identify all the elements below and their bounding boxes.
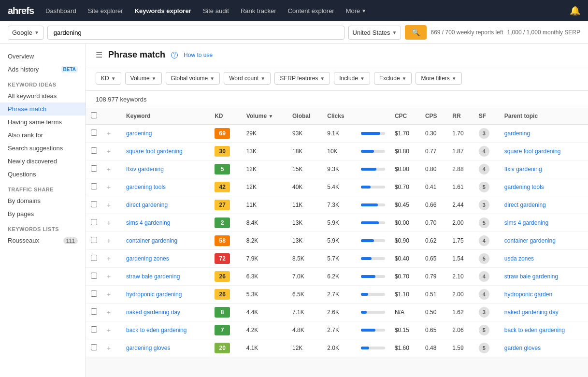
cpc-col-header[interactable]: CPC: [390, 108, 420, 124]
filter-global-volume[interactable]: Global volume ▼: [166, 72, 220, 85]
row-checkbox-cell[interactable]: [86, 232, 102, 250]
keyword-link[interactable]: hydroponic gardening: [126, 291, 182, 298]
sidebar-item-also-rank-for[interactable]: Also rank for: [0, 129, 86, 142]
row-add-cell[interactable]: +: [102, 339, 121, 357]
row-checkbox-cell[interactable]: [86, 268, 102, 286]
add-keyword-button[interactable]: +: [107, 308, 111, 316]
cps-col-header[interactable]: CPS: [420, 108, 447, 124]
sidebar-item-by-pages[interactable]: By pages: [0, 207, 86, 220]
row-checkbox[interactable]: [91, 273, 97, 279]
filter-exclude[interactable]: Exclude ▼: [374, 72, 412, 85]
filter-kd[interactable]: KD ▼: [96, 72, 121, 85]
add-keyword-button[interactable]: +: [107, 183, 111, 191]
row-checkbox-cell[interactable]: [86, 250, 102, 268]
add-keyword-button[interactable]: +: [107, 273, 111, 280]
keyword-link[interactable]: naked gardening day: [126, 309, 180, 316]
filter-serp-features[interactable]: SERP features ▼: [274, 72, 330, 85]
row-checkbox-cell[interactable]: [86, 304, 102, 321]
row-checkbox[interactable]: [91, 201, 97, 207]
row-checkbox[interactable]: [91, 290, 97, 297]
row-checkbox[interactable]: [91, 183, 97, 189]
parent-topic-link[interactable]: container gardening: [504, 237, 556, 244]
row-checkbox[interactable]: [91, 308, 97, 315]
row-add-cell[interactable]: +: [102, 178, 121, 196]
add-keyword-button[interactable]: +: [107, 147, 111, 155]
how-to-use-link[interactable]: How to use: [184, 52, 213, 58]
parent-topic-link[interactable]: garden gloves: [504, 345, 541, 351]
parent-topic-link[interactable]: gardening tools: [504, 184, 544, 190]
keyword-link[interactable]: gardening: [126, 130, 152, 137]
row-add-cell[interactable]: +: [102, 214, 121, 232]
row-checkbox-cell[interactable]: [86, 196, 102, 214]
keyword-link[interactable]: direct gardening: [126, 202, 168, 208]
parent-topic-link[interactable]: naked gardening day: [504, 309, 559, 316]
parent-topic-link[interactable]: square foot gardening: [504, 148, 561, 155]
search-engine-select[interactable]: Google ▼: [8, 26, 43, 40]
row-checkbox[interactable]: [91, 344, 97, 350]
nav-item-rank-tracker[interactable]: Rank tracker: [241, 7, 276, 14]
row-checkbox[interactable]: [91, 130, 97, 136]
row-checkbox-cell[interactable]: [86, 339, 102, 357]
row-checkbox[interactable]: [91, 326, 97, 333]
row-add-cell[interactable]: +: [102, 250, 121, 268]
row-add-cell[interactable]: +: [102, 124, 121, 143]
row-add-cell[interactable]: +: [102, 286, 121, 304]
row-checkbox[interactable]: [91, 147, 97, 154]
sf-col-header[interactable]: SF: [474, 108, 500, 124]
sidebar-item-search-suggestions[interactable]: Search suggestions: [0, 142, 86, 155]
add-keyword-button[interactable]: +: [107, 344, 111, 352]
filter-volume[interactable]: Volume ▼: [125, 72, 162, 85]
sidebar-item-all-keyword-ideas[interactable]: All keyword ideas: [0, 89, 86, 102]
keyword-link[interactable]: container gardening: [126, 237, 177, 244]
parent-topic-col-header[interactable]: Parent topic: [500, 108, 588, 124]
parent-topic-link[interactable]: back to eden gardening: [504, 327, 565, 334]
add-keyword-button[interactable]: +: [107, 219, 111, 227]
keyword-link[interactable]: gardening zones: [126, 255, 169, 262]
sidebar-item-having-same-terms[interactable]: Having same terms: [0, 116, 86, 129]
row-checkbox-cell[interactable]: [86, 321, 102, 339]
sidebar-item-questions[interactable]: Questions: [0, 168, 86, 181]
select-all-checkbox-cell[interactable]: [86, 108, 102, 124]
row-add-cell[interactable]: +: [102, 232, 121, 250]
keyword-link[interactable]: square foot gardening: [126, 148, 183, 155]
nav-item-keywords-explorer[interactable]: Keywords explorer: [135, 7, 191, 14]
parent-topic-link[interactable]: direct gardening: [504, 202, 546, 208]
row-add-cell[interactable]: +: [102, 143, 121, 160]
hamburger-menu-icon[interactable]: ☰: [96, 50, 102, 59]
search-button[interactable]: 🔍: [405, 25, 427, 40]
add-keyword-button[interactable]: +: [107, 326, 111, 334]
parent-topic-link[interactable]: gardening: [504, 130, 530, 137]
filter-more-filters[interactable]: More filters ▼: [416, 72, 461, 85]
add-keyword-button[interactable]: +: [107, 201, 111, 209]
add-keyword-button[interactable]: +: [107, 290, 111, 298]
rr-col-header[interactable]: RR: [447, 108, 474, 124]
nav-item-more[interactable]: More ▼: [346, 7, 367, 14]
nav-item-dashboard[interactable]: Dashboard: [45, 7, 76, 14]
row-checkbox-cell[interactable]: [86, 178, 102, 196]
sidebar-item-by-domains[interactable]: By domains: [0, 194, 86, 207]
sidebar-item-rousseaux[interactable]: Rousseaux 111: [0, 234, 86, 247]
row-add-cell[interactable]: +: [102, 160, 121, 178]
row-checkbox-cell[interactable]: [86, 124, 102, 143]
parent-topic-link[interactable]: ffxiv gardening: [504, 166, 542, 173]
row-checkbox[interactable]: [91, 237, 97, 243]
row-add-cell[interactable]: +: [102, 196, 121, 214]
filter-include[interactable]: Include ▼: [334, 72, 370, 85]
nav-item-content-explorer[interactable]: Content explorer: [288, 7, 334, 14]
parent-topic-link[interactable]: sims 4 gardening: [504, 219, 548, 226]
row-add-cell[interactable]: +: [102, 268, 121, 286]
keyword-link[interactable]: straw bale gardening: [126, 273, 180, 280]
row-checkbox-cell[interactable]: [86, 143, 102, 160]
parent-topic-link[interactable]: hydroponic garden: [504, 291, 552, 298]
sidebar-item-phrase-match[interactable]: Phrase match: [0, 102, 86, 116]
keyword-link[interactable]: ffxiv gardening: [126, 166, 164, 173]
keyword-link[interactable]: gardening gloves: [126, 345, 170, 351]
nav-item-site-audit[interactable]: Site audit: [203, 7, 229, 14]
clicks-col-header[interactable]: Clicks: [322, 108, 356, 124]
volume-col-header[interactable]: Volume ▼: [242, 108, 287, 124]
filter-word-count[interactable]: Word count ▼: [224, 72, 271, 85]
country-select[interactable]: United States ▼: [348, 26, 402, 40]
nav-item-site-explorer[interactable]: Site explorer: [88, 7, 123, 14]
add-keyword-button[interactable]: +: [107, 130, 111, 137]
sidebar-item-overview[interactable]: Overview: [0, 50, 86, 63]
